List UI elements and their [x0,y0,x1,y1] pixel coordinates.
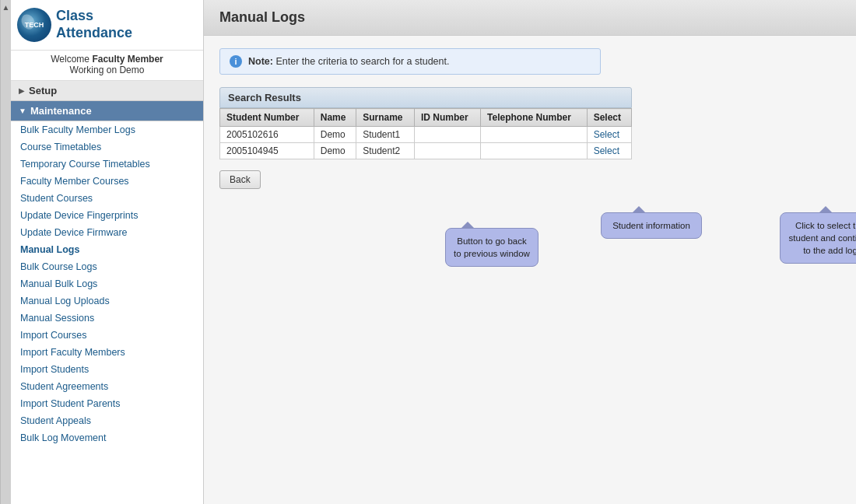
app-logo: TECH [17,8,51,42]
maintenance-arrow-icon: ▼ [19,107,26,115]
sidebar-item-manual-log-uploads[interactable]: Manual Log Uploads [11,292,203,310]
callout-select: Click to select the student and continue… [780,212,856,264]
sidebar: TECH Class Attendance Welcome Faculty Me… [11,0,204,504]
sidebar-item-bulk-course-logs[interactable]: Bulk Course Logs [11,258,203,275]
cell-surname-1: Student2 [356,143,415,159]
table-row: 2005102616 Demo Student1 Select [220,127,632,143]
nav-items: Bulk Faculty Member Logs Course Timetabl… [11,121,203,446]
sidebar-item-manual-bulk-logs[interactable]: Manual Bulk Logs [11,275,203,292]
info-icon: i [230,55,242,68]
note-label: Note: [248,56,273,67]
note-text: Note: Enter the criteria to search for a… [248,56,449,67]
maintenance-label: Maintenance [30,105,92,117]
cell-student-number-0: 2005102616 [220,127,314,143]
sidebar-item-import-student-parents[interactable]: Import Student Parents [11,395,203,412]
sidebar-item-update-device-fingerprints[interactable]: Update Device Fingerprints [11,207,203,224]
sidebar-item-update-device-firmware[interactable]: Update Device Firmware [11,224,203,241]
sidebar-item-import-students[interactable]: Import Students [11,361,203,378]
sidebar-item-student-agreements[interactable]: Student Agreements [11,378,203,395]
content-area: i Note: Enter the criteria to search for… [204,36,856,326]
callout-student: Student information [601,212,702,239]
col-telephone: Telephone Number [481,109,588,127]
search-results-header: Search Results [219,87,632,108]
cell-select-0[interactable]: Select [587,127,631,143]
col-name: Name [314,109,356,127]
welcome-text: Welcome Faculty Member Working on Demo [11,51,203,81]
app-title: Class Attendance [56,8,132,41]
sidebar-item-manual-logs[interactable]: Manual Logs [11,241,203,258]
sidebar-item-import-faculty-members[interactable]: Import Faculty Members [11,344,203,361]
sidebar-item-student-appeals[interactable]: Student Appeals [11,412,203,429]
main-content: Manual Logs i Note: Enter the criteria t… [204,0,856,504]
sidebar-item-manual-sessions[interactable]: Manual Sessions [11,310,203,327]
cell-name-1: Demo [314,143,356,159]
results-table: Student Number Name Surname ID Number Te… [219,108,632,159]
note-content: Enter the criteria to search for a stude… [275,56,449,67]
note-box: i Note: Enter the criteria to search for… [219,48,601,75]
cell-id-number-1 [415,143,481,159]
cell-telephone-1 [481,143,588,159]
cell-id-number-0 [415,127,481,143]
back-button[interactable]: Back [219,170,261,189]
scroll-handle[interactable]: ▲ [0,0,11,504]
callout-area: Button to go back to previous window Stu… [219,189,840,313]
sidebar-item-student-courses[interactable]: Student Courses [11,190,203,207]
sidebar-header: TECH Class Attendance [11,0,203,51]
setup-arrow-icon: ▶ [19,86,25,95]
table-row: 2005104945 Demo Student2 Select [220,143,632,159]
cell-telephone-0 [481,127,588,143]
sidebar-item-bulk-faculty-member-logs[interactable]: Bulk Faculty Member Logs [11,121,203,138]
col-student-number: Student Number [220,109,314,127]
select-link-0[interactable]: Select [594,129,619,140]
setup-section[interactable]: ▶ Setup [11,81,203,101]
app-name-line1: Class [56,8,132,25]
app-name-line2: Attendance [56,25,132,42]
cell-student-number-1: 2005104945 [220,143,314,159]
col-id-number: ID Number [415,109,481,127]
cell-surname-0: Student1 [356,127,415,143]
sidebar-item-bulk-log-movement[interactable]: Bulk Log Movement [11,429,203,446]
col-select: Select [587,109,631,127]
maintenance-section[interactable]: ▼ Maintenance [11,101,203,121]
cell-name-0: Demo [314,127,356,143]
scroll-up-arrow[interactable]: ▲ [1,2,12,13]
page-title: Manual Logs [204,0,856,36]
col-surname: Surname [356,109,415,127]
cell-select-1[interactable]: Select [587,143,631,159]
sidebar-item-temporary-course-timetables[interactable]: Temporary Course Timetables [11,156,203,173]
setup-label: Setup [29,85,57,96]
sidebar-item-import-courses[interactable]: Import Courses [11,327,203,344]
sidebar-item-course-timetables[interactable]: Course Timetables [11,138,203,156]
select-link-1[interactable]: Select [594,145,619,156]
working-on: Working on Demo [70,65,145,75]
callout-back: Button to go back to previous window [445,228,539,267]
sidebar-item-faculty-member-courses[interactable]: Faculty Member Courses [11,173,203,190]
faculty-bold: Faculty Member [92,54,163,65]
